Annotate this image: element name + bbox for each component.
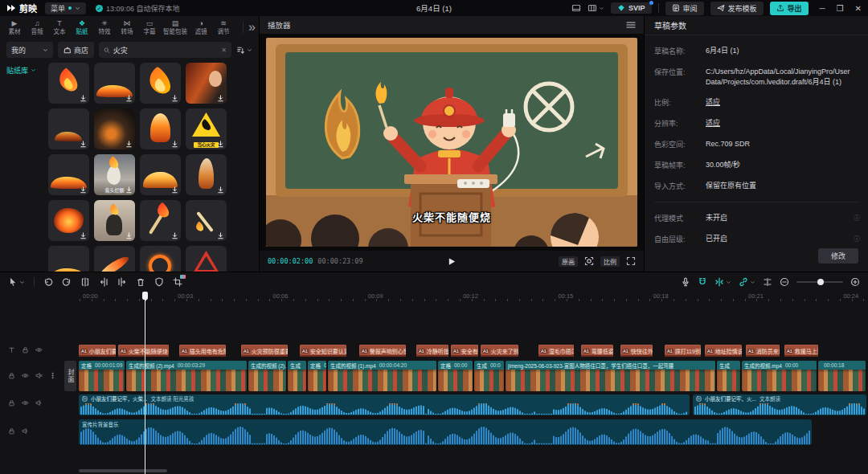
lock-icon[interactable] [8, 372, 15, 379]
text-segment[interactable]: A1 冷静听指挥 [416, 345, 448, 357]
search-input[interactable] [113, 46, 219, 54]
aspect-ratio-button[interactable]: 比例 [600, 256, 620, 267]
record-voiceover-button[interactable] [681, 277, 690, 287]
text-segment[interactable]: A1 地址险情说清楚 [705, 345, 742, 357]
speaker-icon[interactable] [35, 399, 43, 407]
download-icon[interactable] [217, 95, 224, 102]
publish-template-button[interactable]: 发布模板 [710, 2, 764, 15]
more-tabs-button[interactable]: » [248, 20, 256, 35]
playhead-handle[interactable] [142, 292, 148, 300]
fire-warning-sign-yellow[interactable]: 当心火灾 [186, 108, 227, 149]
fullscreen-icon[interactable] [626, 256, 636, 266]
auto-snap-toggle[interactable] [714, 277, 731, 287]
video-clip[interactable]: 生成 [288, 361, 307, 391]
download-icon[interactable] [125, 186, 133, 194]
video-clip[interactable]: 定格00:00 [308, 361, 327, 391]
audio-segment[interactable]: 小朋友们要记牢，火柴...文本朗读 阳光男孩 [79, 394, 690, 415]
download-icon[interactable] [171, 141, 178, 148]
timeline-ruler[interactable]: 00:0000:0300:0600:0900:1200:1500:1800:21… [0, 292, 868, 302]
tab-sticker[interactable]: ❖ 贴纸 [71, 19, 93, 35]
modify-button[interactable]: 修改 [818, 248, 858, 264]
download-icon[interactable] [217, 141, 224, 148]
text-segment[interactable]: A1 拨打119别慌 [665, 345, 701, 357]
horizontal-scrollbar[interactable] [79, 469, 167, 472]
bgm-segment[interactable]: 宣传片背景音乐 [79, 419, 812, 445]
download-icon[interactable] [171, 232, 178, 239]
small-fire-sticker[interactable] [48, 108, 89, 149]
video-clip[interactable]: jimeng-2025-06-03-923-宣图人物捂住口罩，学生们捂住口罩，一… [506, 361, 716, 391]
download-icon[interactable] [80, 232, 87, 239]
tall-flame-sticker[interactable] [186, 154, 227, 195]
export-button[interactable]: 导出 [770, 2, 809, 15]
category-sticker-library[interactable]: 贴纸库 [5, 63, 42, 78]
info-icon[interactable]: ⓘ [854, 234, 860, 243]
download-icon[interactable] [80, 95, 87, 102]
flame-emoji-sticker[interactable] [140, 63, 181, 104]
video-clip[interactable]: 生成00:0 [474, 361, 505, 391]
text-segment[interactable]: A1 火柴不能随便烧 [118, 345, 169, 357]
panel-layout-button[interactable] [571, 3, 581, 13]
text-segment[interactable]: A1 插头用电有危险 [179, 345, 226, 357]
eye-icon[interactable] [22, 372, 29, 379]
text-segment[interactable]: A1 救援马上到 [784, 345, 818, 357]
tab-smart-pack[interactable]: ▤ 智能包装 [161, 19, 190, 35]
fire-strip-sticker[interactable] [94, 63, 135, 104]
video-clip[interactable]: 00:00:18 [818, 361, 866, 391]
red-flame-sticker[interactable] [48, 63, 89, 104]
original-quality-button[interactable]: 原画 [559, 256, 578, 267]
text-segment[interactable]: A1 湿毛巾捂口鼻 [538, 345, 574, 357]
lock-icon[interactable] [8, 427, 15, 435]
speaker-icon[interactable] [22, 427, 29, 435]
video-clip[interactable]: 生成的视频 (1).mp400:00:04:20 [328, 361, 437, 391]
video-clip[interactable]: 生成的视频 (2).m [248, 361, 287, 391]
text-segment[interactable]: A1 弯腰低姿势 [581, 345, 613, 357]
cat-fire-meme[interactable] [94, 200, 135, 241]
mask-button[interactable] [154, 277, 164, 287]
audio-segment[interactable]: 小朋友们要记牢、火...文本朗读 [693, 394, 866, 415]
delete-button[interactable] [136, 277, 145, 287]
tab-effects[interactable]: ✳ 特效 [93, 19, 116, 35]
trim-right-button[interactable] [117, 277, 127, 287]
lock-icon[interactable] [8, 399, 15, 407]
video-clip[interactable]: 定格00:00:01:09 [79, 361, 125, 391]
screaming-person-fire-meme[interactable] [186, 63, 227, 104]
download-icon[interactable] [217, 232, 224, 239]
text-segment[interactable]: A1 安全知识要认清 [300, 345, 346, 357]
fire-bush-sticker[interactable] [140, 154, 181, 195]
split-button[interactable] [80, 277, 90, 287]
download-icon[interactable] [217, 186, 224, 194]
fire-streak-sticker[interactable] [94, 246, 135, 274]
more-icon[interactable] [49, 372, 56, 379]
eye-icon[interactable] [22, 399, 29, 407]
fire-strip-sticker-3[interactable] [48, 246, 89, 274]
download-icon[interactable] [80, 186, 87, 194]
preview-axis-button[interactable] [763, 277, 772, 287]
zoom-out-button[interactable] [780, 277, 789, 287]
param-value[interactable]: 适应 [706, 118, 857, 129]
store-button[interactable]: 商店 [58, 42, 94, 58]
text-segment[interactable]: A1 警报声响别心慌 [359, 345, 406, 357]
crop-button[interactable] [173, 277, 182, 287]
video-clip[interactable]: 生成的视频.mp400:00 [742, 361, 817, 391]
filter-button[interactable] [236, 46, 252, 55]
zoom-slider-knob[interactable] [817, 279, 824, 285]
burnt-goose-meme[interactable]: 焦头烂额 [94, 154, 135, 195]
match-sticker[interactable] [186, 200, 227, 241]
video-clip[interactable]: 定格00:00 [438, 361, 473, 391]
bonfire-sticker[interactable] [140, 108, 181, 149]
text-segment[interactable]: A1 消防员来救援 [746, 345, 780, 357]
download-icon[interactable] [125, 95, 133, 102]
fire-strip-sticker-2[interactable] [48, 154, 89, 195]
panel-columns-button[interactable] [588, 3, 604, 13]
clear-search-icon[interactable]: ✕ [221, 47, 227, 54]
tab-captions[interactable]: ▭ 字幕 [138, 19, 161, 35]
playhead-line[interactable] [145, 292, 145, 474]
player-menu-icon[interactable] [626, 21, 636, 29]
zoom-in-button[interactable] [850, 277, 860, 287]
tab-audio[interactable]: ♫ 音频 [26, 19, 48, 35]
select-tool-button[interactable] [8, 277, 25, 287]
text-segment[interactable]: A1 安全有保障 [451, 345, 478, 357]
play-button[interactable] [448, 257, 457, 266]
mute-icon[interactable] [35, 372, 43, 379]
night-fire-photo[interactable] [94, 108, 135, 149]
